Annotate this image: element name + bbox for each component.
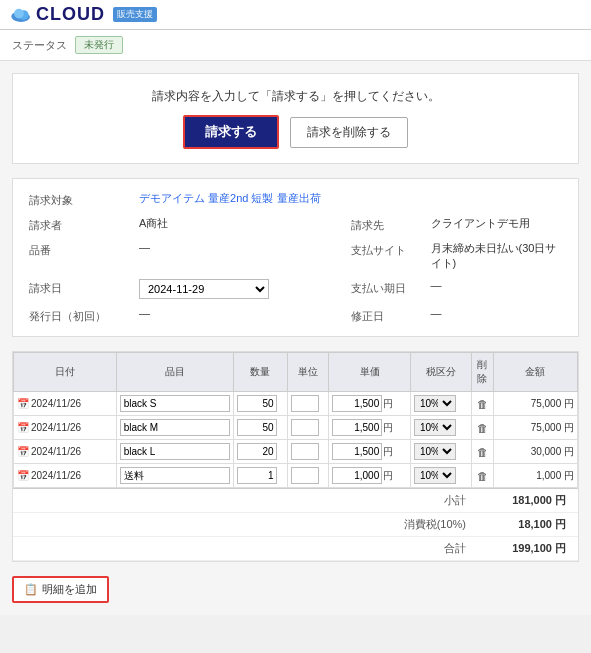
date-value: 2024/11/26 [31, 398, 81, 409]
tax-select[interactable]: 10%8%0% [414, 419, 456, 436]
status-badge: 未発行 [75, 36, 123, 54]
unit-input[interactable] [291, 395, 319, 412]
th-price: 単価 [329, 353, 411, 392]
add-line-button[interactable]: 📋 明細を追加 [12, 576, 109, 603]
delete-row-button[interactable]: 🗑 [477, 398, 488, 410]
info-row-issue-date: 発行日（初回） ― 修正日 ― [29, 307, 562, 324]
cell-delete: 🗑 [471, 440, 493, 464]
item-input[interactable] [120, 443, 230, 460]
unit-input[interactable] [291, 467, 319, 484]
value-partno: ― [139, 241, 351, 253]
price-input[interactable] [332, 395, 382, 412]
info-row-partno: 品番 ― 支払サイト 月末締め未日払い(30日サイト) [29, 241, 562, 271]
tax-value: 18,100 円 [486, 517, 566, 532]
total-value: 199,100 円 [486, 541, 566, 556]
tax-select[interactable]: 10%8%0% [414, 467, 456, 484]
cell-item [116, 392, 233, 416]
info-row-target: 請求対象 デモアイテム 量産2nd 短製 量産出荷 [29, 191, 562, 208]
value-issue-date: ― [139, 307, 351, 319]
value-requestor: A商社 [139, 216, 351, 231]
total-row: 合計 199,100 円 [13, 537, 578, 561]
price-input[interactable] [332, 419, 382, 436]
delete-row-button[interactable]: 🗑 [477, 470, 488, 482]
calendar-icon: 📅 [17, 446, 29, 457]
target-link[interactable]: デモアイテム 量産2nd 短製 量産出荷 [139, 192, 321, 204]
cell-tax: 10%8%0% [410, 464, 471, 488]
label-requestor: 請求者 [29, 216, 139, 233]
value-payment-site: 月末締め未日払い(30日サイト) [431, 241, 563, 271]
yen-label: 円 [383, 398, 393, 409]
cell-amount: 75,000 円 [493, 416, 577, 440]
cell-tax: 10%8%0% [410, 392, 471, 416]
right-client: 請求先 クライアントデモ用 [351, 216, 563, 233]
cell-unit [288, 416, 329, 440]
yen-label: 円 [383, 422, 393, 433]
cell-amount: 1,000 円 [493, 464, 577, 488]
th-item: 品目 [116, 353, 233, 392]
cell-date: 📅2024/11/26 [14, 440, 117, 464]
cell-tax: 10%8%0% [410, 440, 471, 464]
date-value: 2024/11/26 [31, 470, 81, 481]
logo: CLOUD 販売支援 [10, 4, 157, 26]
add-line-label: 明細を追加 [42, 582, 97, 597]
brand-text: CLOUD [36, 4, 105, 25]
cell-item [116, 440, 233, 464]
cell-date: 📅2024/11/26 [14, 392, 117, 416]
items-table: 日付 品目 数量 単位 単価 税区分 削除 金額 📅2024/11/26円10%… [13, 352, 578, 488]
cell-qty [233, 392, 288, 416]
amount-value: 75,000 円 [531, 398, 574, 409]
cell-unit [288, 464, 329, 488]
qty-input[interactable] [237, 443, 277, 460]
th-amount: 金額 [493, 353, 577, 392]
unit-input[interactable] [291, 419, 319, 436]
cell-item [116, 464, 233, 488]
qty-input[interactable] [237, 419, 277, 436]
calendar-icon: 📅 [17, 470, 29, 481]
info-section: 請求対象 デモアイテム 量産2nd 短製 量産出荷 請求者 A商社 請求先 クラ… [12, 178, 579, 337]
cell-price: 円 [329, 464, 411, 488]
date-value: 2024/11/26 [31, 446, 81, 457]
value-target: デモアイテム 量産2nd 短製 量産出荷 [139, 191, 562, 206]
cell-unit [288, 392, 329, 416]
cell-price: 円 [329, 416, 411, 440]
status-bar: ステータス 未発行 [0, 30, 591, 61]
label-modify-date: 修正日 [351, 307, 431, 324]
main-content: 請求内容を入力して「請求する」を押してください。 請求する 請求を削除する 請求… [0, 61, 591, 615]
delete-request-button[interactable]: 請求を削除する [290, 117, 408, 148]
calendar-icon: 📅 [17, 398, 29, 409]
table-header-row: 日付 品目 数量 単位 単価 税区分 削除 金額 [14, 353, 578, 392]
cell-qty [233, 416, 288, 440]
table-row: 📅2024/11/26円10%8%0%🗑1,000 円 [14, 464, 578, 488]
info-row-requestor: 請求者 A商社 請求先 クライアントデモ用 [29, 216, 562, 233]
table-row: 📅2024/11/26円10%8%0%🗑75,000 円 [14, 392, 578, 416]
cloud-icon [10, 4, 32, 26]
cell-unit [288, 440, 329, 464]
value-due-date: ― [431, 279, 563, 296]
price-input[interactable] [332, 443, 382, 460]
amount-value: 1,000 円 [536, 470, 574, 481]
yen-label: 円 [383, 446, 393, 457]
items-section: 日付 品目 数量 単位 単価 税区分 削除 金額 📅2024/11/26円10%… [12, 351, 579, 562]
cell-qty [233, 440, 288, 464]
qty-input[interactable] [237, 395, 277, 412]
unit-input[interactable] [291, 443, 319, 460]
th-date: 日付 [14, 353, 117, 392]
date-value: 2024/11/26 [31, 422, 81, 433]
request-button[interactable]: 請求する [183, 115, 279, 149]
delete-row-button[interactable]: 🗑 [477, 446, 488, 458]
qty-input[interactable] [237, 467, 277, 484]
right-modify-date: 修正日 ― [351, 307, 563, 324]
invoice-date-select[interactable]: 2024-11-29 [139, 279, 269, 299]
add-line-icon: 📋 [24, 583, 38, 596]
item-input[interactable] [120, 467, 230, 484]
th-del: 削除 [471, 353, 493, 392]
cell-price: 円 [329, 440, 411, 464]
tax-select[interactable]: 10%8%0% [414, 395, 456, 412]
item-input[interactable] [120, 419, 230, 436]
header: CLOUD 販売支援 [0, 0, 591, 30]
price-input[interactable] [332, 467, 382, 484]
tax-select[interactable]: 10%8%0% [414, 443, 456, 460]
yen-label: 円 [383, 470, 393, 481]
item-input[interactable] [120, 395, 230, 412]
delete-row-button[interactable]: 🗑 [477, 422, 488, 434]
